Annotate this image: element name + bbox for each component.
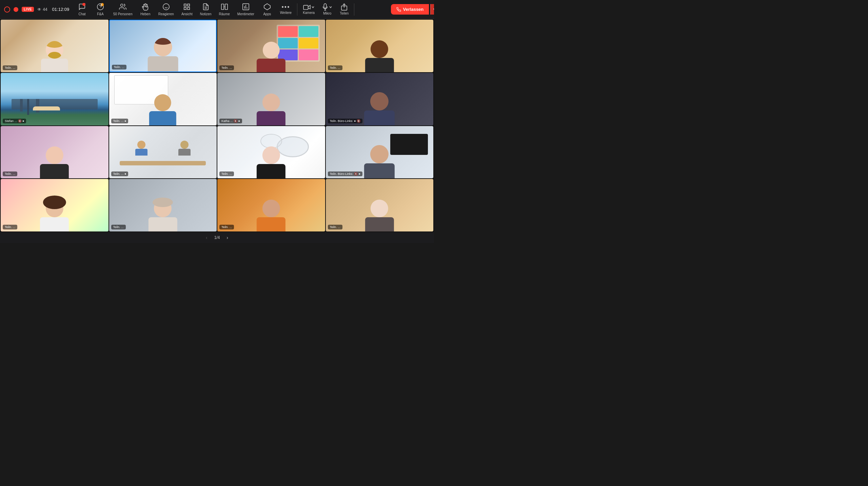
participant-cell-3[interactable]: Teiln. ...: [217, 20, 325, 72]
participant-name-1: Teiln. ...: [3, 65, 17, 70]
record-dot-icon: [14, 7, 18, 12]
apps-label: Apps: [263, 12, 271, 16]
svg-point-6: [163, 3, 169, 9]
nav-rooms[interactable]: Räume: [216, 2, 233, 17]
more-icon: •••: [282, 4, 290, 10]
pagination-bar: ‹ 1/4 ›: [0, 232, 434, 243]
svg-rect-10: [188, 4, 190, 6]
qa-label: F&A: [97, 12, 103, 16]
participant-cell-10[interactable]: Teiln. ... ●: [109, 126, 217, 179]
participant-cell-15[interactable]: Teiln. ...: [217, 179, 325, 231]
participant-cell-2[interactable]: Teiln. ...: [109, 20, 217, 72]
raise-icon: [142, 3, 149, 12]
nav-more[interactable]: ••• Weitere: [277, 3, 295, 16]
nav-chat[interactable]: Chat: [73, 2, 91, 17]
view-label: Ansicht: [181, 12, 193, 16]
notes-icon: [202, 3, 210, 12]
participant-cell-6[interactable]: Teiln. ... ●: [109, 73, 217, 125]
apps-icon: [263, 3, 271, 12]
nav-view[interactable]: Ansicht: [178, 2, 196, 17]
svg-point-5: [121, 4, 123, 6]
pagination-prev-button[interactable]: ‹: [203, 234, 210, 242]
topbar: LIVE 👁 44 01:12:09 Chat: [0, 0, 434, 19]
participant-name-3: Teiln. ...: [219, 65, 234, 70]
more-label: Weitere: [280, 11, 292, 15]
participant-name-2: Teiln. ...: [112, 65, 126, 69]
view-icon: [183, 3, 191, 12]
nav-qa[interactable]: ! F&A: [92, 2, 109, 17]
nav-notes[interactable]: Notizen: [197, 2, 215, 17]
qa-icon: !: [97, 3, 104, 12]
participant-cell-11[interactable]: Teiln. ...: [217, 126, 325, 179]
meeting-timer: 01:12:09: [52, 7, 70, 12]
svg-rect-11: [184, 7, 186, 9]
mentimeter-label: Mentimeter: [237, 12, 254, 16]
participant-name-10: Teiln. ... ●: [111, 171, 129, 176]
participant-cell-1[interactable]: Teiln. ...: [1, 20, 108, 72]
participant-cell-4[interactable]: Teiln. ...: [326, 20, 434, 72]
nav-divider: [297, 3, 297, 16]
participant-cell-8[interactable]: Teiln. Büro-Links: ● 🔇: [326, 73, 434, 125]
participant-cell-12[interactable]: Teiln. Büro-Links: 🔇 ●: [326, 126, 434, 179]
svg-rect-16: [225, 4, 228, 9]
ctrl-share[interactable]: Teilen: [336, 2, 352, 17]
topbar-right: Verlassen ▾: [357, 4, 434, 15]
svg-marker-22: [264, 3, 270, 9]
pagination-next-button[interactable]: ›: [224, 234, 231, 242]
react-icon: [162, 3, 170, 12]
svg-rect-12: [188, 7, 190, 9]
leave-button[interactable]: Verlassen: [391, 4, 429, 15]
viewer-count: 👁 44: [37, 7, 47, 12]
participant-name-7: Katha ... 🔇 ●: [219, 119, 242, 123]
ctrl-mic[interactable]: Mikro: [319, 2, 336, 17]
camera-label: Kamera: [303, 11, 315, 15]
participant-cell-5[interactable]: Stefan ... 🔇 ●: [1, 73, 108, 125]
leave-label: Verlassen: [403, 7, 424, 12]
participant-name-11: Teiln. ...: [219, 171, 234, 176]
nav-mentimeter[interactable]: Mentimeter: [234, 2, 258, 17]
ctrl-camera[interactable]: Kamera: [299, 3, 318, 16]
leave-chevron-button[interactable]: ▾: [430, 4, 434, 15]
svg-rect-24: [324, 4, 326, 8]
participant-name-16: Teiln. ...: [328, 225, 342, 229]
eye-icon: 👁: [37, 7, 41, 12]
participant-name-4: Teiln. ...: [328, 65, 342, 70]
notes-label: Notizen: [200, 12, 212, 16]
participant-name-12: Teiln. Büro-Links: 🔇 ●: [328, 171, 362, 176]
nav-persons[interactable]: 50 Personen: [110, 2, 136, 17]
pagination-display: 1/4: [214, 235, 220, 240]
participant-name-14: Teiln. ...: [111, 225, 126, 229]
svg-rect-15: [221, 4, 224, 9]
svg-rect-9: [184, 4, 186, 6]
record-ring-icon: [4, 6, 10, 13]
svg-text:!: !: [101, 3, 102, 6]
participant-name-6: Teiln. ... ●: [111, 119, 129, 123]
nav-apps[interactable]: Apps: [258, 2, 276, 17]
chat-icon: [78, 3, 86, 12]
share-label: Teilen: [340, 12, 349, 15]
participant-cell-9[interactable]: Teiln. ...: [1, 126, 108, 179]
nav-react[interactable]: Reagieren: [155, 2, 177, 17]
nav-divider-2: [354, 3, 354, 16]
chat-label: Chat: [78, 12, 85, 16]
participant-name-8: Teiln. Büro-Links: ● 🔇: [328, 119, 362, 123]
topbar-left: LIVE 👁 44 01:12:09: [4, 6, 72, 13]
mic-label: Mikro: [323, 12, 331, 15]
rooms-label: Räume: [219, 12, 230, 16]
participant-name-13: Teiln. ...: [3, 225, 17, 229]
svg-rect-23: [303, 5, 308, 10]
participant-cell-14[interactable]: Teiln. ...: [109, 179, 217, 231]
raise-label: Heben: [140, 12, 150, 16]
rooms-icon: [221, 3, 228, 12]
participant-name-15: Teiln. ...: [219, 225, 234, 229]
participant-cell-16[interactable]: Teiln. ...: [326, 179, 434, 231]
participant-cell-13[interactable]: Teiln. ...: [1, 179, 108, 231]
topbar-center-nav: Chat ! F&A: [73, 2, 356, 17]
live-badge: LIVE: [22, 7, 34, 12]
video-grid: Teiln. ... Teiln. ...: [0, 19, 434, 232]
participant-name-9: Teiln. ...: [3, 171, 17, 176]
persons-label: 50 Personen: [113, 12, 133, 16]
participant-cell-7[interactable]: Katha ... 🔇 ●: [217, 73, 325, 125]
persons-icon: [119, 3, 126, 12]
nav-raise[interactable]: Heben: [137, 2, 154, 17]
